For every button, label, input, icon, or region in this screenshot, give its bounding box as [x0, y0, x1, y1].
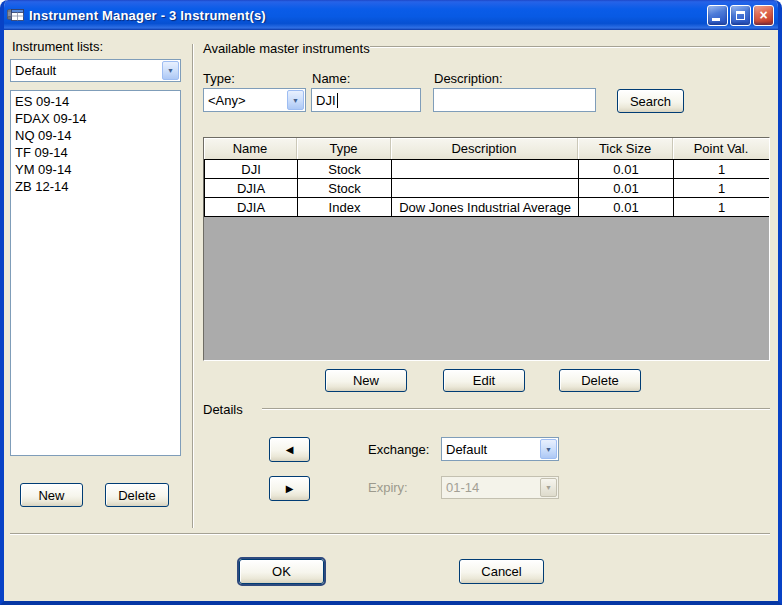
- instrument-list-select[interactable]: Default ▼: [10, 59, 181, 82]
- master-delete-button[interactable]: Delete: [559, 369, 641, 392]
- instrument-manager-window: Instrument Manager - 3 Instrument(s) × I…: [0, 0, 782, 605]
- cell-type: Index: [298, 198, 392, 217]
- cell-type: Stock: [298, 160, 392, 179]
- cell-name: DJI: [205, 160, 298, 179]
- master-group-line: [370, 46, 770, 48]
- cell-name: DJIA: [205, 198, 298, 217]
- cell-tick-size: 0.01: [579, 198, 674, 217]
- master-group-label: Available master instruments: [203, 41, 370, 56]
- details-group-line: [262, 408, 770, 410]
- minimize-button[interactable]: [707, 5, 728, 26]
- window-title: Instrument Manager - 3 Instrument(s): [29, 8, 707, 23]
- cell-tick-size: 0.01: [579, 160, 674, 179]
- exchange-value: Default: [442, 442, 539, 457]
- type-label: Type:: [203, 71, 235, 86]
- arrow-left-icon: ◀: [286, 444, 294, 455]
- table-row[interactable]: DJIA Index Dow Jones Industrial Average …: [205, 198, 769, 217]
- cell-description: [392, 179, 579, 198]
- list-item[interactable]: NQ 09-14: [15, 127, 178, 144]
- column-header[interactable]: Name: [204, 138, 297, 159]
- chevron-down-icon[interactable]: ▼: [287, 90, 304, 110]
- maximize-icon: [736, 11, 745, 20]
- expiry-label: Expiry:: [368, 480, 408, 495]
- ok-button[interactable]: OK: [239, 559, 324, 584]
- cancel-button[interactable]: Cancel: [459, 559, 544, 584]
- move-right-button[interactable]: ▶: [269, 476, 310, 501]
- details-group-label: Details: [203, 402, 243, 417]
- exchange-label: Exchange:: [368, 442, 429, 457]
- chevron-down-icon: ▼: [540, 478, 557, 497]
- name-input-value: DJI: [316, 93, 336, 108]
- instrument-list-value: Default: [11, 63, 161, 78]
- master-new-button[interactable]: New: [325, 369, 407, 392]
- table-row[interactable]: DJIA Stock 0.01 1: [205, 179, 769, 198]
- footer-divider: [10, 533, 770, 535]
- cell-description: [392, 160, 579, 179]
- name-label: Name:: [312, 71, 350, 86]
- cell-name: DJIA: [205, 179, 298, 198]
- dialog-body: Instrument lists: Default ▼ ES 09-14 FDA…: [4, 30, 778, 601]
- column-header[interactable]: Point Val.: [673, 138, 769, 159]
- close-icon: ×: [759, 8, 767, 22]
- type-value: <Any>: [204, 93, 286, 108]
- exchange-select[interactable]: Default ▼: [441, 437, 559, 461]
- list-item[interactable]: TF 09-14: [15, 144, 178, 161]
- text-caret: [337, 93, 338, 108]
- list-delete-button[interactable]: Delete: [105, 483, 169, 507]
- move-left-button[interactable]: ◀: [269, 437, 310, 462]
- list-item[interactable]: ES 09-14: [15, 93, 178, 110]
- name-input[interactable]: DJI: [311, 88, 421, 112]
- list-item[interactable]: ZB 12-14: [15, 178, 178, 195]
- table-body: DJI Stock 0.01 1 DJIA Stock 0.01 1 DJIA …: [204, 159, 769, 217]
- table-row[interactable]: DJI Stock 0.01 1: [205, 160, 769, 179]
- search-button[interactable]: Search: [617, 89, 684, 113]
- maximize-button[interactable]: [730, 5, 751, 26]
- app-icon: [7, 7, 24, 23]
- close-button[interactable]: ×: [753, 5, 774, 26]
- arrow-right-icon: ▶: [286, 483, 294, 494]
- chevron-down-icon[interactable]: ▼: [540, 439, 557, 459]
- instruments-table[interactable]: Name Type Description Tick Size Point Va…: [203, 137, 770, 361]
- cell-type: Stock: [298, 179, 392, 198]
- description-label: Description:: [434, 71, 503, 86]
- cell-point-val: 1: [674, 198, 770, 217]
- list-item[interactable]: YM 09-14: [15, 161, 178, 178]
- type-select[interactable]: <Any> ▼: [203, 88, 306, 112]
- cell-tick-size: 0.01: [579, 179, 674, 198]
- titlebar[interactable]: Instrument Manager - 3 Instrument(s) ×: [0, 0, 782, 30]
- minimize-icon: [712, 18, 720, 21]
- chevron-down-icon[interactable]: ▼: [162, 61, 179, 80]
- expiry-value: 01-14: [442, 480, 539, 495]
- column-header[interactable]: Type: [297, 138, 391, 159]
- expiry-select: 01-14 ▼: [441, 476, 559, 499]
- cell-description: Dow Jones Industrial Average: [392, 198, 579, 217]
- cell-point-val: 1: [674, 179, 770, 198]
- column-header[interactable]: Tick Size: [578, 138, 673, 159]
- instrument-lists-label: Instrument lists:: [12, 39, 103, 54]
- panel-divider: [192, 44, 194, 528]
- list-new-button[interactable]: New: [20, 483, 83, 507]
- description-input[interactable]: [433, 88, 596, 112]
- list-item[interactable]: FDAX 09-14: [15, 110, 178, 127]
- column-header[interactable]: Description: [391, 138, 578, 159]
- table-header: Name Type Description Tick Size Point Va…: [204, 138, 769, 159]
- instrument-listbox[interactable]: ES 09-14 FDAX 09-14 NQ 09-14 TF 09-14 YM…: [10, 90, 181, 456]
- master-edit-button[interactable]: Edit: [443, 369, 525, 392]
- cell-point-val: 1: [674, 160, 770, 179]
